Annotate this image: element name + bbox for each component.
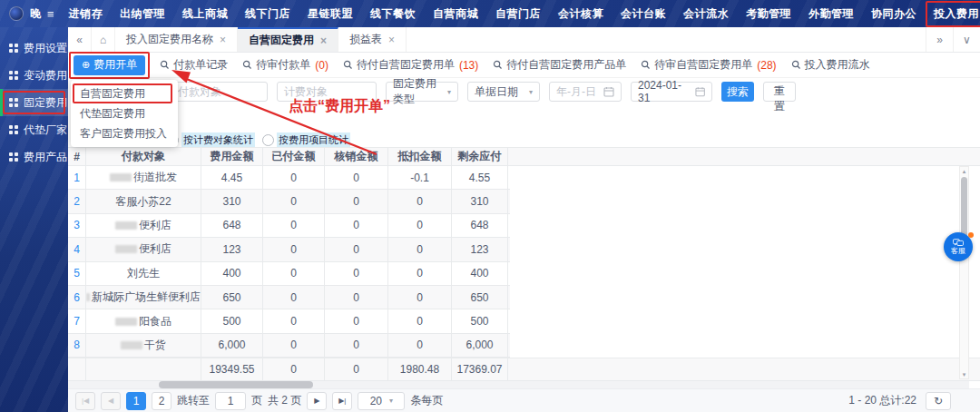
table-row[interactable]: 4 便利店 123 0 0 0 123 <box>68 238 510 261</box>
jump-page-input[interactable] <box>215 392 246 410</box>
page-number-button[interactable]: 1 <box>126 392 146 410</box>
horizontal-scrollbar[interactable] <box>68 381 969 388</box>
refresh-button[interactable]: ↻ <box>926 392 951 410</box>
toolbar-link[interactable]: 投入费用流水 <box>791 57 870 73</box>
pagination-right: 1 - 20 总计:22 ↻ <box>848 392 951 410</box>
scroll-down-icon[interactable]: ▾ <box>960 370 968 378</box>
pending-count-badge: (13) <box>459 59 478 72</box>
top-nav-item[interactable]: 线上商城 <box>179 4 231 25</box>
deduction-amount-cell: 0 <box>388 309 452 332</box>
tab-close-icon[interactable]: × <box>220 34 226 46</box>
sidebar-item-label: 费用设置 <box>24 41 67 56</box>
remaining-payable-cell: 500 <box>452 309 508 332</box>
reset-button[interactable]: 重置 <box>763 82 796 102</box>
horizontal-scrollbar-thumb[interactable] <box>159 381 313 388</box>
fee-type-select[interactable]: 固定费用类型 ▾ <box>386 82 458 102</box>
last-page-button[interactable]: ▶| <box>332 392 352 410</box>
sidebar-item[interactable]: 费用设置 <box>0 34 68 62</box>
row-number-link[interactable]: 5 <box>74 267 80 280</box>
tab-bar: « ⌂ 投入固定费用名称 × 自营固定费用 × 损益表 <box>68 27 980 53</box>
sidebar-item[interactable]: 代垫厂家 <box>0 116 68 143</box>
scroll-up-icon[interactable]: ▴ <box>960 167 968 175</box>
vertical-scrollbar[interactable]: ▴ ▾ <box>959 166 969 379</box>
row-number-link[interactable]: 4 <box>74 243 80 256</box>
top-nav-item[interactable]: 出纳管理 <box>116 4 169 25</box>
collapse-tabs-icon[interactable]: « <box>68 27 92 52</box>
sidebar-item[interactable]: 固定费用 <box>0 89 68 116</box>
stats-radio-option[interactable]: 按计费对象统计 <box>167 132 255 148</box>
table-row[interactable]: 8 干货 6,000 0 0 0 6,000 <box>68 334 510 358</box>
top-nav-item[interactable]: 协同办公 <box>867 4 920 25</box>
toolbar-link[interactable]: 待付自营固定费用产品单 <box>493 57 626 73</box>
sidebar-item[interactable]: 费用产品 <box>0 143 68 171</box>
page-size-select[interactable]: 20 ▾ <box>358 392 405 410</box>
expand-tabs-icon[interactable]: » <box>926 27 953 52</box>
table-row[interactable]: 2 客服小苏22 310 0 0 0 310 <box>68 190 510 213</box>
table-row[interactable]: 7 阳食品 500 0 0 0 500 <box>68 309 510 333</box>
top-nav-bar: 晚 ≡ 进销存 出纳管理 线上商城 <box>0 0 980 27</box>
search-button[interactable]: 搜索 <box>721 82 754 102</box>
top-nav-item[interactable]: 线下门店 <box>241 4 294 25</box>
top-nav-item[interactable]: 星链联盟 <box>304 4 357 25</box>
redacted-text-block <box>86 293 90 301</box>
top-nav-item[interactable]: 自营商城 <box>429 4 482 25</box>
stats-radio-option[interactable]: 按费用项目统计 <box>262 132 350 148</box>
create-expense-button[interactable]: ⊕ 费用开单 <box>74 55 145 75</box>
date-type-select[interactable]: 单据日期 ▾ <box>467 82 540 102</box>
table-row[interactable]: 5 刘先生 400 0 0 0 400 <box>68 262 510 286</box>
dropdown-item[interactable]: 自营固定费用 <box>71 83 178 103</box>
first-page-button[interactable]: |◀ <box>75 392 95 410</box>
top-nav-item[interactable]: 会计核算 <box>554 4 607 25</box>
tabs-menu-chevron-icon[interactable]: ∨ <box>953 27 980 52</box>
top-nav-item[interactable]: 自营门店 <box>492 4 544 25</box>
redacted-text-block <box>115 221 137 230</box>
next-page-button[interactable]: ▶ <box>307 392 327 410</box>
tab-close-icon[interactable]: × <box>320 34 327 47</box>
remaining-payable-cell: 648 <box>452 214 508 237</box>
row-number-link[interactable]: 2 <box>74 195 80 208</box>
table-row[interactable]: 1 街道批发 4.45 0 0 -0.1 4.55 <box>68 166 510 190</box>
row-number-link[interactable]: 6 <box>74 291 80 304</box>
module-grid-icon <box>8 152 19 162</box>
page-number-button[interactable]: 2 <box>152 392 172 410</box>
prev-page-button[interactable]: ◀ <box>101 392 121 410</box>
table-row[interactable]: 6 新城际广场生鲜便利店 650 0 0 0 650 <box>68 286 510 309</box>
top-nav-item[interactable]: 会计流水 <box>680 4 732 25</box>
row-number-link[interactable]: 8 <box>74 338 80 351</box>
row-number-link[interactable]: 3 <box>74 219 80 231</box>
payee-name-cell: 便利店 <box>86 238 201 260</box>
toolbar-link[interactable]: 付款单记录 <box>160 57 228 73</box>
table-row[interactable]: 3 便利店 648 0 0 0 648 <box>68 214 510 238</box>
tab-close-icon[interactable]: × <box>388 34 395 46</box>
top-nav-item[interactable]: 进销存 <box>65 4 107 25</box>
app-logo-icon[interactable] <box>9 6 24 21</box>
tab[interactable]: 投入固定费用名称 × <box>115 27 238 52</box>
customer-service-badge[interactable]: 客服 <box>944 232 973 261</box>
toolbar-link[interactable]: 待审自营固定费用单 (28) <box>641 57 776 73</box>
top-nav-item[interactable]: 外勤管理 <box>805 4 858 25</box>
toolbar-link[interactable]: 待付自营固定费用单 (13) <box>343 57 478 73</box>
toolbar-link[interactable]: 待审付款单 (0) <box>242 57 328 73</box>
hamburger-menu-icon[interactable]: ≡ <box>47 7 54 21</box>
payee-name: 阳食品 <box>139 314 172 329</box>
toolbar-link-label: 付款单记录 <box>173 57 228 73</box>
top-nav-item[interactable]: 会计台账 <box>617 4 670 25</box>
dropdown-item[interactable]: 客户固定费用投入 <box>71 123 178 143</box>
start-date-input[interactable]: 年-月-日 <box>549 82 622 102</box>
writeoff-amount-cell: 0 <box>325 166 388 189</box>
tab[interactable]: 损益表 × <box>338 27 407 52</box>
sidebar-item[interactable]: 变动费用 <box>0 62 68 89</box>
dropdown-item[interactable]: 代垫固定费用 <box>71 103 178 123</box>
payee-filter-input[interactable]: 付款对象 <box>171 82 268 102</box>
top-nav-item[interactable]: 线下餐饮 <box>367 4 419 25</box>
top-nav-item[interactable]: 考勤管理 <box>742 4 795 25</box>
home-icon[interactable]: ⌂ <box>92 27 115 52</box>
row-number-link[interactable]: 1 <box>74 172 80 184</box>
billing-target-filter-input[interactable]: 计费对象 <box>277 82 377 102</box>
top-nav-item[interactable]: 投入费用 <box>930 4 980 25</box>
table-header-row: # 付款对象 费用金额 已付金额 核销金额 抵扣金额 剩余应付 <box>68 147 980 166</box>
tab[interactable]: 自营固定费用 × <box>238 27 338 52</box>
end-date-input[interactable]: 2024-01-31 <box>631 82 712 102</box>
row-number-link[interactable]: 7 <box>74 315 80 328</box>
expense-type-dropdown: 自营固定费用 代垫固定费用 客户固定费用投入 <box>71 80 178 147</box>
